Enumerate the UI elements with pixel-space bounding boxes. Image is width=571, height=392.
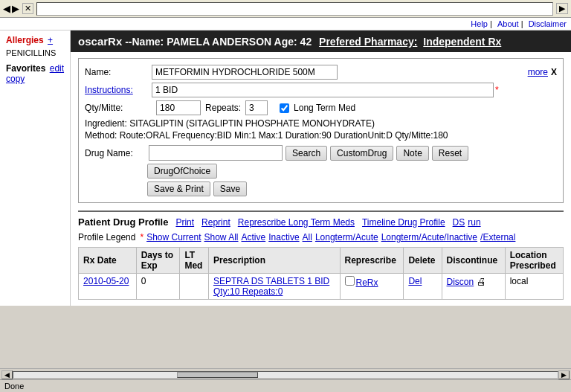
col-days-exp: Days toExp (136, 248, 180, 274)
cell-delete: Del (404, 274, 442, 300)
col-lt-med: LTMed (180, 248, 209, 274)
legend-label: Profile Legend (78, 232, 135, 242)
longterm-acute-inactive-link[interactable]: Longterm/Acute/Inactive (381, 232, 477, 242)
header-prefix: --Name: (125, 36, 164, 48)
show-current-link[interactable]: Show Current (146, 232, 201, 242)
favorites-copy[interactable]: copy (6, 74, 25, 84)
del-link[interactable]: Del (408, 276, 422, 286)
col-represcribe: Represcribe (340, 248, 404, 274)
prescription-link[interactable]: SEPTRA DS TABLETS 1 BIDQty:10 Repeats:0 (213, 276, 329, 297)
col-prescription: Prescription (208, 248, 340, 274)
pharmacy-label[interactable]: Prefered Pharmacy: (319, 36, 417, 48)
cell-days-exp: 0 (136, 274, 180, 300)
col-discontinue: Discontinue (442, 248, 505, 274)
qty-input[interactable] (156, 100, 201, 115)
cell-location: local (505, 274, 563, 300)
custom-drug-button[interactable]: CustomDrug (330, 146, 393, 161)
name-label: Name: (85, 67, 152, 77)
pharmacy-name[interactable]: Independent Rx (423, 36, 501, 48)
profile-header: Patient Drug Profile Print Reprint Repre… (78, 211, 564, 228)
legend-star: * (140, 232, 143, 242)
app-header: oscarRx --Name: PAMELA ANDERSON Age: 42 … (71, 30, 571, 52)
represcribe-link[interactable]: Represcribe Long Term Meds (238, 217, 355, 228)
drug-table: Rx Date Days toExp LTMed Prescription Re… (78, 247, 564, 300)
close-link[interactable]: X (551, 67, 557, 77)
run-link[interactable]: run (468, 217, 480, 228)
profile-title: Patient Drug Profile (78, 216, 168, 228)
disclaimer-link[interactable]: Disclaimer (529, 19, 567, 28)
note-button[interactable]: Note (396, 146, 428, 161)
col-delete: Delete (404, 248, 442, 274)
longterm-checkbox[interactable] (280, 103, 289, 113)
drug-name-input[interactable] (149, 145, 283, 161)
repeats-input[interactable] (245, 100, 268, 115)
required-star: * (495, 85, 499, 95)
qty-row: Qty/Mitte: Repeats: Long Term Med (85, 100, 557, 115)
discon-link[interactable]: Discon (447, 277, 474, 287)
button-row2: DrugOfChoice (147, 164, 557, 179)
col-rx-date: Rx Date (79, 248, 137, 274)
active-link[interactable]: Active (242, 232, 266, 242)
age-label: Age: (274, 36, 297, 48)
profile-legend: Profile Legend * Show Current Show All A… (78, 232, 564, 242)
rx-date-link[interactable]: 2010-05-20 (83, 276, 129, 286)
table-row: 2010-05-20 0 SEPTRA DS TABLETS 1 BIDQty:… (79, 274, 564, 300)
stop-icon[interactable]: ✕ (22, 3, 33, 14)
external-link[interactable]: /External (480, 232, 515, 242)
rx-form: Name: more X Instructions: * Qty/Mitte: … (78, 58, 564, 203)
drug-of-choice-button[interactable]: DrugOfChoice (147, 164, 217, 179)
inactive-link[interactable]: Inactive (268, 232, 299, 242)
reprint-link[interactable]: Reprint (201, 217, 230, 228)
go-icon[interactable]: ▶ (556, 3, 568, 14)
printer-icon: 🖨 (477, 276, 486, 287)
button-row3: Save & Print Save (147, 181, 557, 196)
method-row: Method: Route:ORAL Frequency:BID Min:1 M… (85, 130, 557, 141)
cell-represcribe: ReRx (340, 274, 404, 300)
all-link[interactable]: All (303, 232, 312, 242)
about-link[interactable]: About (497, 19, 519, 28)
cell-prescription: SEPTRA DS TABLETS 1 BIDQty:10 Repeats:0 (208, 274, 340, 300)
method-label: Method: (85, 130, 117, 141)
cell-lt-med (180, 274, 209, 300)
method-value: Route:ORAL Frequency:BID Min:1 Max:1 Dur… (120, 130, 448, 141)
drug-name-label: Drug Name: (85, 148, 146, 158)
reset-button[interactable]: Reset (432, 146, 468, 161)
allergies-add[interactable]: + (48, 35, 53, 45)
search-button[interactable]: Search (286, 146, 327, 161)
save-button[interactable]: Save (213, 181, 247, 196)
ingredient-row: Ingredient: SITAGLIPTIN (SITAGLIPTIN PHO… (85, 118, 557, 129)
url-input[interactable]: http://localhost:8080/oscar/oscarRx/choo… (36, 2, 553, 16)
back-icon[interactable]: ◀ (3, 3, 10, 14)
allergies-label: Allergies (6, 35, 44, 45)
favorites-edit[interactable]: edit (50, 63, 64, 74)
ingredient-value: SITAGLIPTIN (SITAGLIPTIN PHOSPHATE MONOH… (129, 118, 375, 129)
patient-age: 42 (300, 36, 312, 48)
repeats-label: Repeats: (205, 103, 241, 113)
name-input[interactable] (152, 65, 338, 80)
more-link[interactable]: more (528, 67, 548, 77)
timeline-link[interactable]: Timeline Drug Profile (362, 217, 445, 228)
qty-label: Qty/Mitte: (85, 103, 152, 113)
show-all-link[interactable]: Show All (204, 232, 239, 242)
main-content: Name: more X Instructions: * Qty/Mitte: … (71, 52, 571, 306)
app-name: oscarRx (78, 35, 122, 48)
forward-icon[interactable]: ▶ (12, 3, 19, 14)
ingredient-label: Ingredient: (85, 118, 127, 129)
url-bar: ◀ ▶ ✕ http://localhost:8080/oscar/oscarR… (0, 0, 571, 18)
ds-link[interactable]: DS (453, 217, 465, 228)
instructions-label[interactable]: Instructions: (85, 85, 152, 95)
longterm-label: Long Term Med (294, 103, 355, 113)
represcribe-checkbox[interactable] (345, 276, 355, 286)
instructions-input[interactable] (152, 83, 494, 97)
cell-discontinue: Discon 🖨 (442, 274, 505, 300)
longterm-acute-link[interactable]: Longterm/Acute (315, 232, 378, 242)
rerx-link[interactable]: ReRx (356, 277, 378, 288)
print-link[interactable]: Print (175, 217, 194, 228)
allergy-item: PENICILLINS (6, 48, 64, 57)
drug-name-row: Drug Name: Search CustomDrug Note Reset (85, 145, 557, 161)
help-link[interactable]: Help (471, 19, 488, 28)
favorites-label: Favorites (6, 63, 45, 74)
instructions-row: Instructions: * (85, 83, 557, 97)
col-location: LocationPrescribed (505, 248, 563, 274)
save-print-button[interactable]: Save & Print (147, 181, 210, 196)
